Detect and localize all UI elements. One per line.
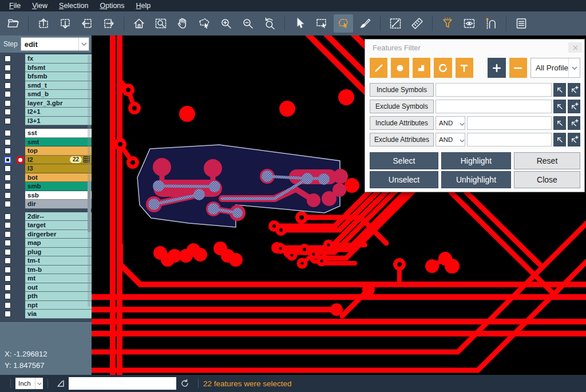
layer-checkbox-mt[interactable] xyxy=(0,274,15,283)
layer-checkbox-2dir--[interactable] xyxy=(0,212,15,221)
exclude-symbols-button[interactable]: Exclude Symbols xyxy=(370,100,434,113)
menu-selection[interactable]: Selection xyxy=(53,0,94,11)
layer-indicator-tm-b[interactable] xyxy=(15,266,25,275)
layer-indicator-ssb[interactable] xyxy=(15,191,25,200)
pick-symbol-button[interactable] xyxy=(553,100,566,113)
layer-name-sst[interactable]: sst xyxy=(25,129,92,138)
layer-indicator-bfsmt[interactable] xyxy=(15,64,25,73)
surface-tool-button[interactable] xyxy=(413,58,430,78)
layer-name-l2[interactable]: l222 xyxy=(25,156,92,165)
menu-file[interactable]: File xyxy=(3,0,26,11)
pick-symbol-add-button[interactable] xyxy=(568,83,580,97)
layer-indicator-l2+1[interactable] xyxy=(15,108,25,117)
clear-brush-button[interactable] xyxy=(355,14,375,33)
layer-indicator-smb[interactable] xyxy=(15,182,25,191)
pick-symbol-button[interactable] xyxy=(553,83,566,97)
layer-indicator-smt[interactable] xyxy=(15,138,25,147)
select-polygon-button[interactable] xyxy=(334,14,353,33)
units-select[interactable]: Inch xyxy=(15,378,43,389)
layer-name-smd_t[interactable]: smd_t xyxy=(25,81,92,90)
layer-name-dirgerber[interactable]: dirgerber xyxy=(25,230,92,239)
layer-indicator-mt[interactable] xyxy=(15,274,25,283)
layer-name-tm-b[interactable]: tm-b xyxy=(25,266,92,275)
pick-attribute-button[interactable] xyxy=(553,116,566,130)
home-view-button[interactable] xyxy=(129,14,149,33)
layer-name-layer_3.gbr[interactable]: layer_3.gbr xyxy=(25,99,92,108)
layer-name-bfsmt[interactable]: bfsmt xyxy=(25,64,92,73)
pick-attribute-button[interactable] xyxy=(553,133,566,146)
pan-left-button[interactable] xyxy=(77,14,97,33)
menu-help[interactable]: Help xyxy=(130,0,157,11)
pad-tool-button[interactable] xyxy=(391,58,409,78)
layer-list-scrollbar[interactable] xyxy=(88,55,91,307)
menu-options[interactable]: Options xyxy=(94,0,130,11)
unselect-button[interactable]: Unselect xyxy=(370,171,438,188)
layer-indicator-dirgerber[interactable] xyxy=(15,230,25,239)
zoom-in-button[interactable] xyxy=(216,14,236,33)
layer-indicator-npt[interactable] xyxy=(15,301,25,310)
select-arrow-button[interactable] xyxy=(290,14,310,33)
open-button[interactable] xyxy=(3,14,23,33)
layer-checkbox-ssb[interactable] xyxy=(0,191,15,200)
layer-checkbox-via[interactable] xyxy=(0,310,15,319)
layer-indicator-bot[interactable] xyxy=(15,173,25,183)
layer-checkbox-smd_t[interactable] xyxy=(0,81,15,90)
layer-indicator-fx[interactable] xyxy=(15,54,25,64)
layer-name-out[interactable]: out xyxy=(25,283,92,292)
exclude-attributes-input[interactable] xyxy=(467,133,552,146)
layer-name-fx[interactable]: fx xyxy=(25,54,92,64)
layer-indicator-plug[interactable] xyxy=(15,248,25,257)
zoom-out-button[interactable] xyxy=(238,14,258,33)
layer-indicator-pth[interactable] xyxy=(15,292,25,301)
layer-indicator-l3+1[interactable] xyxy=(15,117,25,126)
select-rectangle-button[interactable] xyxy=(312,14,331,33)
menu-view[interactable]: View xyxy=(26,0,53,11)
refresh-icon[interactable] xyxy=(180,378,190,389)
close-dialog-button[interactable]: Close xyxy=(514,171,580,188)
layer-indicator-via[interactable] xyxy=(15,310,25,319)
layer-name-smt[interactable]: smt xyxy=(25,138,92,147)
layers-panel-button[interactable] xyxy=(512,14,531,33)
layer-name-tm-t[interactable]: tm-t xyxy=(25,256,92,266)
close-button[interactable] xyxy=(568,42,582,53)
layer-checkbox-npt[interactable] xyxy=(0,301,15,310)
include-attributes-button[interactable]: Include Attributes xyxy=(370,116,434,130)
highlight-button[interactable]: Highlight xyxy=(441,152,511,169)
layer-checkbox-tm-b[interactable] xyxy=(0,266,15,275)
layer-name-target[interactable]: target xyxy=(25,221,92,230)
layer-checkbox-l3[interactable] xyxy=(0,164,15,173)
pan-up-button[interactable] xyxy=(34,14,53,33)
layer-indicator-sst[interactable] xyxy=(15,129,25,138)
layer-name-bfsmb[interactable]: bfsmb xyxy=(25,72,92,81)
layer-indicator-dir[interactable] xyxy=(15,200,25,209)
layer-checkbox-sst[interactable] xyxy=(0,129,15,138)
layer-indicator-map[interactable] xyxy=(15,239,25,248)
layer-indicator-smd_t[interactable] xyxy=(15,81,25,90)
text-tool-button[interactable] xyxy=(456,58,473,78)
view-options-button[interactable] xyxy=(460,14,479,33)
layer-indicator-target[interactable] xyxy=(15,221,25,230)
layer-checkbox-bot[interactable] xyxy=(0,173,15,183)
selection-region[interactable] xyxy=(137,145,348,227)
pan-down-button[interactable] xyxy=(56,14,75,33)
layer-indicator-smd_b[interactable] xyxy=(15,90,25,99)
layer-checkbox-bfsmb[interactable] xyxy=(0,72,15,81)
layer-name-smd_b[interactable]: smd_b xyxy=(25,90,92,99)
layer-checkbox-layer_3.gbr[interactable] xyxy=(0,99,15,108)
layer-name-map[interactable]: map xyxy=(25,239,92,248)
layer-name-smb[interactable]: smb xyxy=(25,182,92,191)
layer-indicator-layer_3.gbr[interactable] xyxy=(15,99,25,108)
features-filter-button[interactable] xyxy=(438,14,457,33)
layer-checkbox-fx[interactable] xyxy=(0,54,15,64)
select-button[interactable]: Select xyxy=(370,152,438,169)
exclude-attributes-logic-select[interactable]: AND xyxy=(435,133,465,146)
layer-name-dir[interactable]: dir xyxy=(25,200,92,209)
arc-tool-button[interactable] xyxy=(434,58,452,78)
layer-checkbox-map[interactable] xyxy=(0,239,15,248)
layer-checkbox-smt[interactable] xyxy=(0,138,15,147)
layer-checkbox-plug[interactable] xyxy=(0,248,15,257)
measure-line-button[interactable] xyxy=(386,14,405,33)
layer-checkbox-pth[interactable] xyxy=(0,292,15,301)
corner-angle-icon[interactable] xyxy=(56,379,65,388)
layer-name-bot[interactable]: bot xyxy=(25,173,92,183)
